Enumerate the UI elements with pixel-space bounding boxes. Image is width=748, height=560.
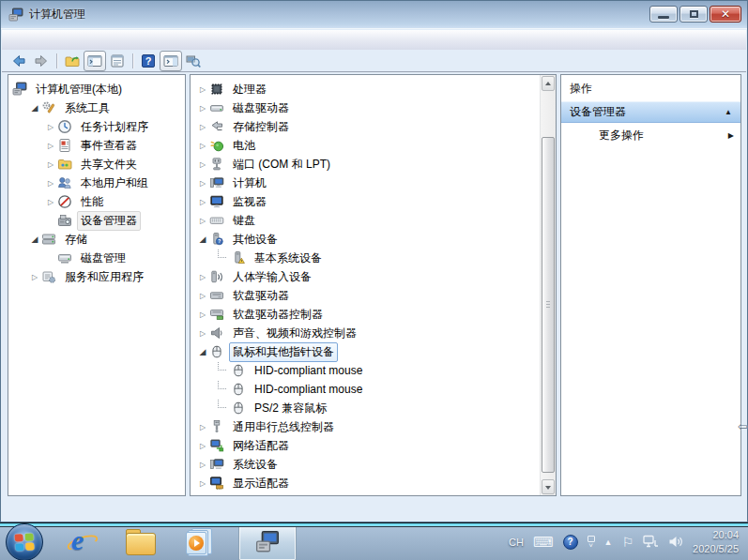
expander-icon[interactable] (196, 442, 209, 450)
tree-item[interactable]: 软盘驱动器控制器 (191, 305, 556, 324)
tree-item[interactable]: 任务计划程序 (8, 117, 185, 136)
tree-item[interactable]: 本地用户和组 (8, 174, 185, 192)
expander-icon[interactable] (44, 123, 57, 131)
tree-item[interactable]: 服务和应用程序 (8, 267, 185, 286)
expander-icon[interactable] (196, 198, 209, 206)
back-button[interactable] (8, 51, 30, 71)
network-icon[interactable] (643, 535, 659, 549)
expander-icon[interactable] (28, 103, 41, 113)
tree-item[interactable]: 计算机管理(本地) (8, 80, 185, 98)
expander-icon[interactable] (196, 310, 209, 319)
tree-item[interactable]: 共享文件夹 (8, 155, 185, 174)
tree-item[interactable]: PS/2 兼容鼠标 (191, 399, 556, 417)
clock[interactable]: 20:04 2020/5/25 (693, 528, 739, 556)
show-console-tree-button[interactable] (84, 51, 106, 71)
tree-item[interactable]: 监视器 (191, 192, 556, 211)
show-action-pane-button[interactable] (160, 51, 182, 71)
tree-item[interactable]: 软盘驱动器 (191, 286, 556, 305)
tree-item[interactable]: HID-compliant mouse (191, 361, 556, 380)
expander-icon[interactable] (196, 329, 209, 338)
tree-item[interactable]: 存储控制器 (191, 117, 556, 136)
actions-group-device-manager[interactable]: 设备管理器 ▲ (561, 101, 740, 123)
tree-item[interactable]: 计算机 (191, 174, 556, 192)
expander-icon[interactable] (196, 423, 209, 431)
up-level-button[interactable] (61, 51, 84, 71)
tree-item[interactable]: 键盘 (191, 211, 556, 230)
expander-icon[interactable] (196, 179, 209, 188)
tree-item[interactable]: 性能 (8, 192, 185, 211)
tree-item[interactable]: 磁盘驱动器 (191, 98, 556, 117)
expander-icon[interactable] (196, 461, 209, 469)
expander-icon[interactable] (196, 160, 209, 169)
tree-item[interactable]: 磁盘管理 (8, 249, 185, 267)
expander-icon[interactable] (218, 400, 226, 408)
properties-button[interactable] (106, 51, 129, 71)
expander-icon[interactable] (44, 142, 57, 150)
minimize-button[interactable] (649, 6, 678, 23)
expander-icon[interactable] (196, 142, 209, 150)
tree-item[interactable]: 基本系统设备 (191, 249, 556, 267)
tree-item[interactable]: 存储 (8, 230, 185, 249)
menu-item[interactable] (58, 38, 75, 42)
scroll-up-button[interactable] (542, 76, 555, 91)
tree-item[interactable]: 系统设备 (191, 455, 556, 474)
collapse-actions-pane-arrow-icon[interactable]: ⇦ (738, 419, 748, 433)
menu-item[interactable] (41, 38, 58, 42)
keyboard-icon[interactable]: ⌨ (533, 534, 554, 551)
tree-item[interactable]: 电池 (191, 136, 556, 155)
start-button[interactable] (6, 523, 43, 560)
expander-icon[interactable] (196, 123, 209, 131)
expander-icon[interactable] (28, 273, 41, 281)
tree-item[interactable]: HID-compliant mouse (191, 380, 556, 399)
menu-item[interactable] (8, 38, 24, 42)
tree-item[interactable]: 显示适配器 (191, 474, 556, 492)
vertical-scrollbar[interactable] (540, 75, 556, 495)
expander-icon[interactable] (44, 179, 57, 188)
expander-icon[interactable] (196, 85, 209, 94)
tree-item[interactable]: 其他设备 (191, 230, 556, 249)
expander-icon[interactable] (196, 347, 209, 356)
language-indicator[interactable]: CH (509, 537, 524, 548)
action-center-flag-icon[interactable]: ⚐ (622, 535, 634, 550)
close-button[interactable]: ✕ (710, 6, 741, 23)
expander-icon[interactable] (44, 198, 57, 206)
collapse-chevron-icon[interactable]: ▲ (725, 108, 732, 116)
volume-icon[interactable] (668, 535, 683, 549)
search-computer-button[interactable] (182, 51, 205, 71)
show-hidden-icons-button[interactable]: ▲ (604, 537, 613, 547)
tree-item[interactable]: 网络适配器 (191, 436, 556, 455)
tree-item[interactable]: 人体学输入设备 (191, 267, 556, 286)
more-actions-item[interactable]: 更多操作 ▶ (561, 123, 740, 147)
computer-management-task-button[interactable] (238, 523, 297, 560)
expander-icon[interactable] (218, 250, 226, 258)
menu-item[interactable] (24, 38, 41, 42)
tree-item[interactable]: 鼠标和其他指针设备 (191, 342, 556, 361)
scrollbar-thumb[interactable] (542, 137, 555, 473)
tree-item[interactable]: 声音、视频和游戏控制器 (191, 324, 556, 342)
tree-item[interactable]: 设备管理器 (8, 211, 185, 230)
input-indicator-icon[interactable]: ˅ (588, 536, 595, 549)
expander-icon[interactable] (28, 235, 41, 244)
media-player-button[interactable] (180, 523, 218, 560)
help-icon[interactable]: ? (563, 535, 578, 550)
internet-explorer-button[interactable]: e (64, 523, 101, 560)
expander-icon[interactable] (196, 273, 209, 281)
scroll-down-button[interactable] (542, 479, 555, 494)
expander-icon[interactable] (196, 292, 209, 300)
tree-item[interactable]: 通用串行总线控制器 (191, 417, 556, 436)
expander-icon[interactable] (44, 160, 57, 169)
expander-icon[interactable] (196, 217, 209, 225)
expander-icon[interactable] (196, 104, 209, 113)
tree-item[interactable]: 处理器 (191, 80, 556, 98)
tree-item[interactable]: 事件查看器 (8, 136, 185, 155)
tree-item[interactable]: 端口 (COM 和 LPT) (191, 155, 556, 174)
maximize-button[interactable] (679, 6, 708, 23)
help-button[interactable]: ? (137, 51, 160, 71)
expander-icon[interactable] (196, 235, 209, 244)
expander-icon[interactable] (218, 362, 226, 371)
windows-explorer-button[interactable] (122, 523, 160, 560)
title-bar[interactable]: 计算机管理 ✕ (1, 1, 747, 29)
expander-icon[interactable] (196, 479, 209, 488)
expander-icon[interactable] (218, 381, 226, 389)
tree-item[interactable]: 系统工具 (8, 98, 185, 117)
